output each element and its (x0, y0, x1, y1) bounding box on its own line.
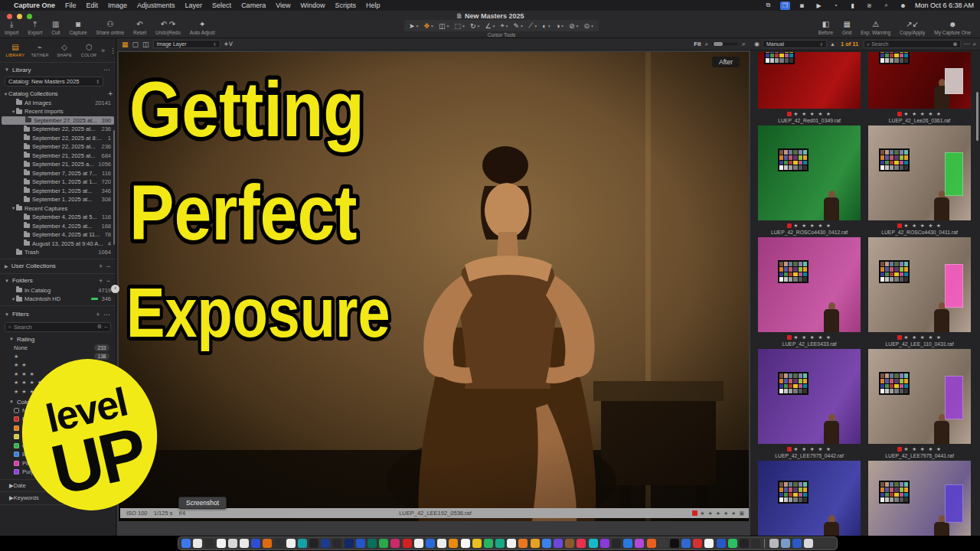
dock-app-icon[interactable] (251, 539, 260, 548)
folders-header[interactable]: ▼ Folders + − (0, 276, 116, 286)
thumbnail-image[interactable] (758, 126, 861, 220)
dock-app-icon[interactable] (321, 539, 330, 548)
tree-item[interactable]: September 4, 2025 at...168 (0, 222, 116, 231)
proof-view-icon[interactable]: ◫ (142, 41, 149, 48)
thumbnail-cell[interactable]: ★ ★ ★ ★ ★LUEP_42_Red01_0349.raf (758, 52, 861, 126)
dock-app-icon[interactable] (717, 539, 726, 548)
menu-item-camera[interactable]: Camera (241, 2, 266, 9)
dock-app-icon[interactable] (390, 539, 400, 548)
user-icon[interactable]: ☻ (898, 2, 908, 10)
undo-redo-button[interactable]: ↶ ↷Undo|Redo (155, 20, 181, 35)
user-collections-header[interactable]: ▶ User Collections + − (0, 261, 116, 272)
dock-app-icon[interactable] (356, 539, 365, 548)
tree-item[interactable]: ▼Macintosh HD346 (0, 295, 116, 304)
tree-item[interactable]: September 7, 2025 at 7...116 (0, 169, 116, 178)
thumbnail-rating[interactable]: ★ ★ ★ ★ ★ (897, 446, 942, 452)
tree-item[interactable]: September 1, 2025 at...346 (0, 187, 116, 196)
menu-item-file[interactable]: File (65, 2, 77, 9)
menu-item-image[interactable]: Image (108, 2, 127, 9)
dock-app-icon[interactable] (693, 539, 702, 548)
thumbnail-cell[interactable]: ★ ★ ★ ★ ★LUEP_42_LEE_110_0431.raf (868, 237, 971, 349)
capture-button[interactable]: ◙Capture (69, 20, 87, 35)
thumbnail-rating[interactable]: ★ ★ ★ ★ ★ (787, 446, 832, 452)
library-more-icon[interactable]: ⋯ (103, 66, 111, 73)
sidebar-tab-overflow[interactable]: »⋮ (101, 47, 116, 54)
dock-app-icon[interactable] (193, 539, 202, 548)
filters-search[interactable]: ⌕ ⚙ − (5, 322, 111, 332)
before-button[interactable]: ◧Before (818, 20, 833, 35)
exp-warning-button[interactable]: ⚠Exp. Warning (861, 20, 890, 35)
menu-item-scripts[interactable]: Scripts (335, 2, 357, 9)
dock-app-icon[interactable] (728, 539, 737, 548)
more-icon[interactable]: ⋯ (964, 41, 970, 47)
eraser-tool[interactable]: ⊘▼ (567, 21, 581, 31)
add-catalog-button[interactable]: + (108, 90, 113, 98)
dock-app-icon[interactable] (204, 539, 214, 548)
clear-search-icon[interactable]: ⊗ (953, 41, 958, 47)
auto-adjust-button[interactable]: ✦Auto Adjust (190, 20, 215, 35)
dock-app-icon[interactable] (495, 539, 505, 548)
thumbnail-rating[interactable]: ★ ★ ★ ★ ★ (897, 223, 942, 229)
gear-icon[interactable]: ⚙ (97, 324, 102, 330)
thumbnail-image[interactable] (868, 461, 971, 536)
dock-app-icon[interactable] (472, 539, 482, 548)
status-stars[interactable]: ★ ★ ★ ★ ★ (700, 510, 737, 517)
dock-app-icon[interactable] (484, 539, 493, 548)
dock-app-icon[interactable] (275, 539, 284, 548)
dock-app-icon[interactable] (368, 539, 377, 548)
thumbnail-rating[interactable]: ★ ★ ★ ★ ★ (897, 111, 942, 117)
tree-item[interactable]: In Catalog4719 (0, 286, 116, 295)
tree-item[interactable]: ▼Recent Imports (0, 107, 116, 116)
tree-item[interactable]: ▼Recent Captures (0, 204, 116, 214)
eye-icon[interactable]: ◉ (754, 41, 760, 47)
dock-app-icon[interactable] (461, 539, 470, 548)
user-collections-actions[interactable]: + − (99, 262, 111, 270)
thumbnail-image[interactable] (758, 461, 861, 536)
straighten-tool[interactable]: ∠▼ (483, 21, 497, 31)
dock-app-icon[interactable] (740, 539, 749, 548)
main-photo[interactable]: After Getting Perfect Exposure Screensho… (119, 52, 749, 521)
export-button[interactable]: ⤒Export (28, 20, 42, 35)
dock-app-icon[interactable] (565, 539, 574, 548)
thumbnail-rating[interactable]: ★ ★ ★ ★ ★ (897, 334, 942, 341)
camera-icon[interactable]: ◙ (797, 2, 807, 10)
sidebar-scrollbar[interactable] (113, 130, 115, 245)
info-icon[interactable]: ▣ (739, 510, 744, 517)
dock-app-icon[interactable] (332, 539, 341, 548)
menu-item-help[interactable]: Help (366, 2, 381, 9)
clock-icon[interactable]: ◔ (831, 2, 841, 10)
sidebar-tab-shape[interactable]: ◇SHAPE (52, 43, 77, 57)
thumbnail-cell[interactable]: ★ ★ ★ ★ ★LUEP_42_LEE0433.raf (758, 237, 861, 349)
double-chevron-icon[interactable]: » (101, 47, 105, 54)
rotate-tool[interactable]: ↻▼ (469, 21, 482, 31)
color-tag-red[interactable] (692, 510, 697, 516)
thumbnail-image[interactable] (758, 237, 861, 332)
play-icon[interactable]: ▶ (814, 2, 824, 10)
draw-mask-tool[interactable]: ✎▼ (512, 21, 526, 31)
thumbnail-cell[interactable] (868, 461, 971, 536)
browser-scrollbar[interactable] (976, 92, 978, 141)
rating-filter-row[interactable]: None233 (0, 344, 116, 353)
dock-app-icon[interactable] (345, 539, 354, 548)
filters-actions[interactable]: + ⋯ (96, 311, 111, 318)
folders-actions[interactable]: + − (99, 277, 111, 285)
catalog-selector[interactable]: Catalog: New Masters 2025⇕ (5, 77, 103, 86)
thumbnail-rating[interactable]: ★ ★ ★ ★ ★ (787, 223, 832, 229)
thumbnail-image[interactable] (758, 52, 861, 109)
dock-item-icon[interactable] (781, 539, 790, 548)
sidebar-tab-library[interactable]: ▤LIBRARY (3, 43, 28, 57)
zoom-out-icon[interactable]: ⌕ (704, 41, 707, 48)
tree-item[interactable]: September 4, 2025 at 11...78 (0, 230, 116, 240)
thumbnail-image[interactable] (868, 237, 971, 332)
battery-icon[interactable]: ▮ (848, 2, 858, 10)
pan-tool[interactable]: ◫▼ (437, 21, 451, 31)
tree-item[interactable]: All Images20141 (0, 99, 116, 108)
dock-app-icon[interactable] (612, 539, 621, 548)
dock-item-icon[interactable] (792, 539, 802, 548)
filters-header[interactable]: ▼ Filters + ⋯ (0, 308, 116, 321)
thumbnail-cell[interactable]: ★ ★ ★ ★ ★LUEP_42_LEE7975_0442.raf (758, 349, 861, 461)
multi-view-icon[interactable]: ▦ (122, 41, 129, 48)
thumbnail-rating[interactable]: ★ ★ ★ ★ ★ (787, 334, 832, 341)
zoom-slider[interactable] (712, 43, 738, 45)
dock-app-icon[interactable] (286, 539, 296, 548)
